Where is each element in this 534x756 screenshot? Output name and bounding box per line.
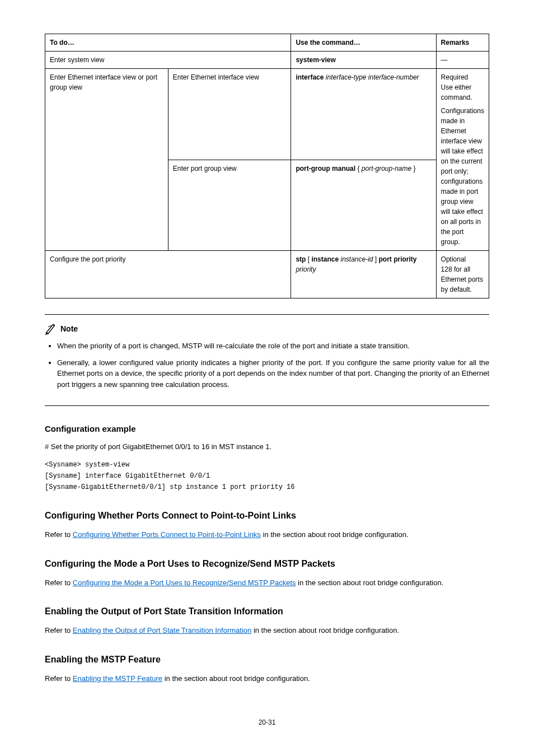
cmd-bracket: ] <box>375 255 379 263</box>
cmd-kw: port priority <box>379 255 417 263</box>
text-pre: Refer to <box>45 578 73 587</box>
page-number: 20-31 <box>45 717 489 727</box>
cmd-text: system-view <box>296 56 335 64</box>
cell-todo-sub: Enter Ethernet interface view <box>168 69 291 160</box>
cli-line: [Sysname-GigabitEthernet0/0/1] stp insta… <box>45 482 489 492</box>
cmd-arg: interface-number <box>368 73 419 81</box>
section-heading: Configuring Whether Ports Connect to Poi… <box>45 509 489 522</box>
cmd-arg: port-group-name <box>362 165 414 172</box>
cmd-brace: } <box>414 165 416 172</box>
section-link[interactable]: Enabling the MSTP Feature <box>73 674 162 683</box>
config-table: To do… Use the command… Remarks Enter sy… <box>45 34 489 298</box>
section-heading: Enabling the Output of Port State Transi… <box>45 605 489 618</box>
table-row: Enter system view system-view — <box>45 52 489 69</box>
cmd-kw: instance <box>311 255 340 263</box>
cmd-kw: port-group manual <box>296 165 357 172</box>
section-link[interactable]: Configuring Whether Ports Connect to Poi… <box>73 530 261 539</box>
cell-cmd: interface interface-type interface-numbe… <box>291 69 436 160</box>
remark-line: 128 for all Ethernet ports by default. <box>441 265 483 293</box>
col-use: Use the command… <box>291 34 436 52</box>
remark-line: Optional <box>441 255 466 263</box>
remark-line: Required <box>441 73 469 81</box>
cell-cmd: stp [ instance instance-id ] port priori… <box>291 251 436 298</box>
cell-remark: Required Use either command. Configurati… <box>436 69 489 251</box>
note-title: Note <box>60 323 78 335</box>
note-bullets: When the priority of a port is changed, … <box>45 340 489 390</box>
cmd-brace: { <box>357 165 359 172</box>
note-header: Note <box>45 323 489 335</box>
text-post: in the section about root bridge configu… <box>261 530 409 539</box>
col-remarks: Remarks <box>436 34 489 52</box>
text-pre: Refer to <box>45 530 73 539</box>
example-intro: # Set the priority of port GigabitEthern… <box>45 441 489 452</box>
text-post: in the section about root bridge configu… <box>162 674 310 683</box>
cell-remark: Optional 128 for all Ethernet ports by d… <box>436 251 489 298</box>
remark-line: Use either command. <box>441 83 472 101</box>
text-pre: Refer to <box>45 674 73 683</box>
cell-todo-sub: Enter port group view <box>168 160 291 251</box>
cell-cmd: port-group manual { port-group-name } <box>291 160 436 251</box>
section-link[interactable]: Configuring the Mode a Port Uses to Reco… <box>73 578 296 587</box>
text-pre: Refer to <box>45 626 73 634</box>
note-icon <box>45 323 57 335</box>
note-block: Note When the priority of a port is chan… <box>45 314 489 406</box>
table-row: Enter Ethernet interface view or port gr… <box>45 69 489 160</box>
section-body: Refer to Configuring Whether Ports Conne… <box>45 529 489 540</box>
section-body: Refer to Configuring the Mode a Port Use… <box>45 577 489 589</box>
cmd-kw: interface <box>296 73 324 81</box>
cell-todo: Enter system view <box>45 52 291 69</box>
cmd-arg: instance-id <box>340 255 374 263</box>
cell-remark: — <box>436 52 489 69</box>
note-bullet: When the priority of a port is changed, … <box>57 340 489 352</box>
text-post: in the section about root bridge configu… <box>251 626 399 634</box>
cell-todo-group: Enter Ethernet interface view or port gr… <box>45 69 168 251</box>
text-post: in the section about root bridge configu… <box>296 578 444 587</box>
section-link[interactable]: Enabling the Output of Port State Transi… <box>73 626 251 634</box>
section-body: Refer to Enabling the MSTP Feature in th… <box>45 673 489 684</box>
example-heading: Configuration example <box>45 423 489 436</box>
col-todo: To do… <box>45 34 291 52</box>
cell-todo: Configure the port priority <box>45 251 291 298</box>
cli-line: <Sysname> system-view <box>45 460 489 470</box>
cell-cmd: system-view <box>291 52 436 69</box>
section-heading: Enabling the MSTP Feature <box>45 653 489 666</box>
cmd-arg: priority <box>296 265 316 273</box>
remark-line: Configurations made in Ethernet interfac… <box>441 107 484 246</box>
section-body: Refer to Enabling the Output of Port Sta… <box>45 625 489 636</box>
cli-line: [Sysname] interface GigabitEthernet 0/0/… <box>45 471 489 481</box>
table-row: Configure the port priority stp [ instan… <box>45 251 489 298</box>
section-heading: Configuring the Mode a Port Uses to Reco… <box>45 557 489 571</box>
cmd-kw: stp <box>296 255 307 263</box>
table-header-row: To do… Use the command… Remarks <box>45 34 489 52</box>
cmd-arg: interface-type <box>324 73 366 81</box>
note-bullet: Generally, a lower configured value prio… <box>57 357 489 390</box>
